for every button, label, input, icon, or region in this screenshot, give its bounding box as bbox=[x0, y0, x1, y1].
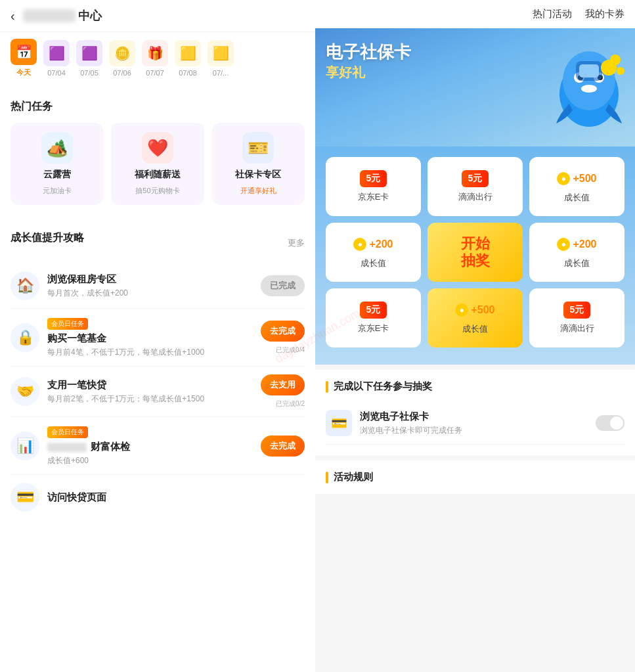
cal-label-3: 07/06 bbox=[113, 69, 131, 77]
quick-loan-progress: 已完成0/2 bbox=[276, 399, 305, 409]
browse-rental-info: 浏览保租房专区 每月首次，成长值+200 bbox=[47, 273, 253, 299]
cal-item-4[interactable]: 🎁 07/07 bbox=[142, 40, 168, 77]
wealth-badge: 会员日任务 bbox=[47, 426, 88, 438]
completion-item-social: 💳 浏览电子社保卡 浏览电子社保卡即可完成任务 bbox=[326, 402, 624, 445]
buy-fund-icon: 🔒 bbox=[11, 323, 39, 352]
prize-coin-200-1[interactable]: ● +200 成长值 bbox=[326, 223, 421, 282]
cal-icon-5: 🟨 bbox=[175, 40, 201, 66]
prize-tag-2: 5元 bbox=[462, 170, 489, 187]
visit-loan-icon: 💳 bbox=[11, 483, 39, 512]
buy-fund-title: 购买一笔基金 bbox=[47, 332, 253, 345]
prize-jd-ecard-2[interactable]: 5元 京东E卡 bbox=[326, 288, 421, 347]
header-blurred bbox=[23, 9, 76, 22]
visit-loan-title: 访问快贷页面 bbox=[47, 491, 305, 504]
hot-activity-link[interactable]: 热门活动 bbox=[533, 8, 572, 20]
cal-icon-6: 🟨 bbox=[208, 40, 234, 66]
back-button[interactable]: ‹ bbox=[11, 9, 15, 24]
buy-fund-sub: 每月前4笔，不低于1万元，每笔成长值+1000 bbox=[47, 347, 253, 358]
task-card-camping[interactable]: 🏕️ 云露营 元加油卡 bbox=[11, 123, 103, 205]
buy-fund-btn[interactable]: 去完成 bbox=[261, 321, 305, 342]
prize-tag-7: ● +500 bbox=[449, 301, 501, 319]
comp-social-sub: 浏览电子社保卡即可完成任务 bbox=[360, 425, 588, 436]
growth-header: 成长值提升攻略 更多 bbox=[11, 231, 305, 254]
svg-point-10 bbox=[610, 55, 621, 65]
prize-grid-row2: ● +200 成长值 开始抽奖 ● +200 成长值 bbox=[326, 223, 624, 282]
svg-point-6 bbox=[581, 85, 597, 93]
cal-icon-2: 🟪 bbox=[76, 40, 102, 66]
gold-bar-rules-icon bbox=[326, 472, 328, 483]
comp-social-title: 浏览电子社保卡 bbox=[360, 411, 588, 423]
task-quick-loan: 🤝 支用一笔快贷 每月前2笔，不低于1万元；每笔成长值+1500 去支用 已完成… bbox=[11, 367, 305, 417]
comp-toggle[interactable] bbox=[596, 415, 624, 431]
prize-name-2: 滴滴出行 bbox=[458, 191, 493, 203]
more-link[interactable]: 更多 bbox=[288, 237, 305, 249]
task-card-welfare[interactable]: ❤️ 福利随薪送 抽50元购物卡 bbox=[111, 123, 204, 205]
cal-label-6: 07/... bbox=[213, 69, 229, 77]
my-vouchers-link[interactable]: 我的卡券 bbox=[585, 8, 624, 20]
cal-item-today[interactable]: 📅 今天 bbox=[11, 39, 37, 78]
cal-item-3[interactable]: 🪙 07/06 bbox=[109, 40, 135, 77]
prize-name-8: 滴滴出行 bbox=[560, 323, 594, 334]
buy-fund-info: 会员日任务 购买一笔基金 每月前4笔，不低于1万元，每笔成长值+1000 bbox=[47, 317, 253, 358]
prize-start-btn[interactable]: 开始抽奖 bbox=[427, 223, 523, 282]
comp-social-info: 浏览电子社保卡 浏览电子社保卡即可完成任务 bbox=[360, 411, 588, 436]
cal-item-5[interactable]: 🟨 07/08 bbox=[175, 40, 201, 77]
svg-rect-8 bbox=[579, 64, 599, 78]
prize-name-6: 京东E卡 bbox=[358, 323, 389, 334]
welfare-icon: ❤️ bbox=[142, 132, 173, 164]
wealth-title: 财富体检 bbox=[91, 441, 130, 453]
visit-loan-info: 访问快贷页面 bbox=[47, 491, 305, 504]
prize-tag-8: 5元 bbox=[563, 302, 591, 319]
prize-tag-6: 5元 bbox=[360, 302, 387, 319]
cal-icon-3: 🪙 bbox=[109, 40, 135, 66]
banner-mascot bbox=[550, 35, 628, 135]
cal-label-2: 07/05 bbox=[80, 69, 99, 77]
camping-icon: 🏕️ bbox=[41, 132, 73, 164]
coin-icon-1: ● bbox=[557, 172, 570, 185]
prize-didi-1[interactable]: 5元 滴滴出行 bbox=[427, 157, 523, 216]
prize-coin-500-1[interactable]: ● +500 成长值 bbox=[529, 157, 624, 216]
prize-start-text: 开始抽奖 bbox=[461, 235, 490, 270]
coin-icon-2: ● bbox=[353, 238, 366, 251]
wealth-btn[interactable]: 去完成 bbox=[261, 436, 305, 457]
prize-tag-1: 5元 bbox=[360, 170, 387, 187]
quick-loan-sub: 每月前2笔，不低于1万元；每笔成长值+1500 bbox=[47, 393, 253, 405]
gold-bar-icon bbox=[326, 381, 328, 393]
prize-jd-ecard-1[interactable]: 5元 京东E卡 bbox=[326, 157, 421, 216]
wealth-title-blurred bbox=[47, 443, 87, 452]
prize-name-7: 成长值 bbox=[462, 323, 488, 335]
camping-sub: 元加油卡 bbox=[43, 186, 72, 196]
quick-loan-btn-wrap: 去支用 已完成0/2 bbox=[261, 374, 305, 409]
welfare-sub: 抽50元购物卡 bbox=[135, 186, 179, 196]
quick-loan-btn[interactable]: 去支用 bbox=[261, 374, 305, 395]
quick-loan-icon: 🤝 bbox=[11, 377, 39, 406]
hot-tasks-title: 热门任务 bbox=[11, 100, 305, 114]
banner-line1: 电子社保卡 bbox=[326, 42, 411, 62]
prize-name-4: 成长值 bbox=[361, 258, 386, 269]
prize-coin-500-2[interactable]: ● +500 成长值 bbox=[427, 288, 523, 347]
cal-icon-today: 📅 bbox=[11, 39, 37, 65]
camping-title: 云露营 bbox=[43, 169, 71, 181]
prize-coin-200-2[interactable]: ● +200 成长值 bbox=[529, 223, 624, 282]
browse-rental-btn[interactable]: 已完成 bbox=[261, 275, 305, 296]
social-title: 社保卡专区 bbox=[235, 169, 281, 181]
wealth-info: 会员日任务 财富体检 成长值+600 bbox=[47, 425, 253, 466]
cal-item-1[interactable]: 🟪 07/04 bbox=[43, 40, 70, 77]
cal-item-6[interactable]: 🟨 07/... bbox=[208, 40, 234, 77]
svg-point-11 bbox=[617, 67, 624, 75]
prize-didi-2[interactable]: 5元 滴滴出行 bbox=[529, 288, 624, 347]
cal-item-2[interactable]: 🟪 07/05 bbox=[76, 40, 102, 77]
rules-title: 活动规则 bbox=[326, 471, 624, 483]
task-card-social[interactable]: 🎫 社保卡专区 开通享好礼 bbox=[212, 123, 305, 205]
cal-icon-1: 🟪 bbox=[43, 40, 70, 66]
welfare-title: 福利随薪送 bbox=[135, 169, 181, 181]
banner: 电子社保卡 享好礼 bbox=[315, 28, 635, 146]
task-cards: 🏕️ 云露营 元加油卡 ❤️ 福利随薪送 抽50元购物卡 🎫 社保卡专区 开通享… bbox=[11, 123, 305, 205]
right-panel: 热门活动 我的卡券 电子社保卡 享好礼 bbox=[315, 0, 635, 672]
social-card-icon: 💳 bbox=[326, 410, 352, 436]
calendar-strip: 📅 今天 🟪 07/04 🟪 07/05 🪙 07/06 🎁 07/07 🟨 0… bbox=[0, 32, 315, 84]
prize-tag-3: ● +500 bbox=[550, 169, 603, 188]
prize-name-5: 成长值 bbox=[564, 258, 590, 269]
task-wealth-check: 📊 会员日任务 财富体检 成长值+600 去完成 bbox=[11, 417, 305, 475]
cal-label-today: 今天 bbox=[16, 68, 31, 78]
